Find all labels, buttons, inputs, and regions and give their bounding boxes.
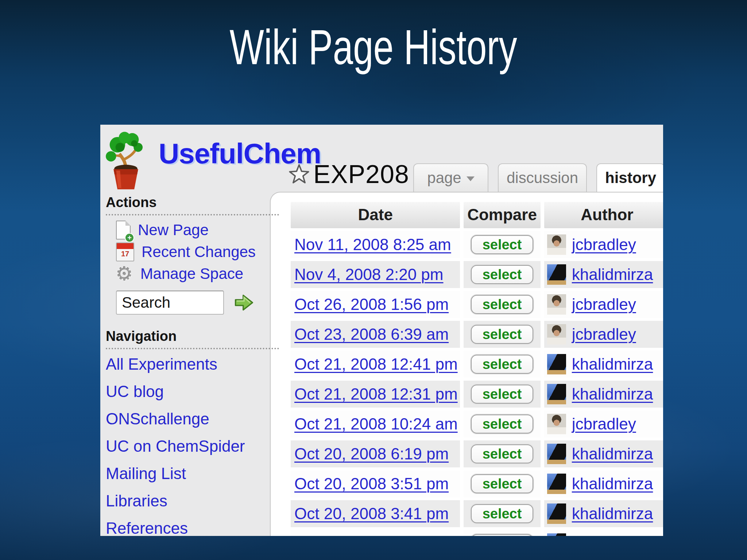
search-row (106, 291, 279, 315)
revision-date-link[interactable]: Oct 20, 2008 3:51 pm (294, 475, 449, 493)
nav-link[interactable]: Mailing List (106, 464, 186, 482)
sidebar: Actions + New Page 17 Recent Changes ⚙ M… (106, 195, 279, 536)
author-link[interactable]: jcbradley (572, 325, 636, 343)
nav-list-item: ONSchallenge (106, 407, 279, 434)
table-row: Nov 11, 2008 8:25 am select jcbradley (291, 231, 663, 258)
author-link[interactable]: jcbradley (572, 236, 636, 254)
author-link[interactable]: khalidmirza (572, 475, 653, 493)
tab-page[interactable]: page (413, 163, 488, 192)
author-link[interactable]: jcbradley (572, 415, 636, 433)
author-link[interactable]: khalidmirza (572, 265, 653, 284)
history-table: Date Compare Author Nov 11, 2008 8:25 am… (291, 201, 663, 536)
chevron-down-icon (467, 176, 475, 181)
revision-date-link[interactable]: Nov 4, 2008 2:20 pm (294, 265, 443, 284)
navigation-list: All Experiments UC blog ONSchallenge UC … (106, 352, 279, 536)
calendar-icon: 17 (116, 242, 134, 261)
revision-date-link[interactable]: Oct 21, 2008 10:24 am (294, 415, 458, 433)
table-row: Oct 21, 2008 12:31 pm select khalidmirza (291, 381, 663, 408)
nav-link[interactable]: References (106, 519, 188, 536)
author-avatar (547, 533, 566, 536)
table-row: Oct 21, 2008 12:41 pm select khalidmirza (291, 351, 663, 378)
tab-discussion-label: discussion (507, 169, 578, 187)
tab-bar: page discussion history (413, 163, 663, 192)
select-button[interactable]: select (471, 415, 534, 433)
select-button[interactable]: select (471, 355, 534, 374)
nav-list-item: UC blog (106, 380, 279, 407)
actions-heading: Actions (106, 195, 279, 215)
author-avatar (547, 503, 566, 524)
nav-list-item: References (106, 516, 279, 536)
author-link[interactable]: khalidmirza (572, 385, 653, 403)
table-row: Oct 20, 2008 6:19 pm select khalidmirza (291, 440, 663, 467)
author-link[interactable]: khalidmirza (572, 445, 653, 463)
table-header-row: Date Compare Author (291, 201, 663, 228)
tab-discussion[interactable]: discussion (498, 163, 587, 192)
table-row: Oct 21, 2008 10:24 am select jcbradley (291, 411, 663, 438)
usefulchem-bonsai-logo-icon (103, 128, 148, 195)
tab-history-label: history (605, 169, 656, 187)
action-manage-space[interactable]: ⚙ Manage Space (106, 263, 279, 285)
revision-date-link[interactable]: Oct 20, 2008 3:41 pm (294, 505, 449, 523)
author-avatar (547, 444, 566, 464)
author-link[interactable]: khalidmirza (572, 355, 653, 373)
table-row-partial: select (291, 530, 663, 536)
author-avatar (547, 294, 566, 315)
action-recent-changes[interactable]: 17 Recent Changes (106, 241, 279, 263)
search-input[interactable] (116, 291, 224, 315)
nav-link[interactable]: All Experiments (106, 355, 217, 373)
action-manage-space-label: Manage Space (140, 265, 244, 283)
revision-date-link[interactable]: Oct 20, 2008 6:19 pm (294, 445, 449, 463)
navigation-heading: Navigation (106, 328, 279, 349)
table-row: Oct 26, 2008 1:56 pm select jcbradley (291, 291, 663, 318)
page-title-row: EXP208 (289, 160, 409, 189)
actions-list: + New Page 17 Recent Changes ⚙ Manage Sp… (106, 219, 279, 285)
select-button[interactable]: select (471, 235, 534, 254)
wiki-screenshot: UsefulChem EXP208 page discussion histor… (100, 125, 663, 536)
new-page-icon: + (116, 221, 131, 240)
tab-page-label: page (427, 169, 461, 187)
column-header-author: Author (544, 201, 663, 228)
nav-list-item: Mailing List (106, 462, 279, 489)
select-button[interactable]: select (471, 474, 534, 493)
favorite-star-icon[interactable] (289, 164, 310, 185)
table-row: Nov 4, 2008 2:20 pm select khalidmirza (291, 261, 663, 288)
nav-list-item: Libraries (106, 489, 279, 516)
author-avatar (547, 414, 566, 434)
search-go-arrow-icon[interactable] (233, 292, 255, 313)
author-avatar (547, 324, 566, 345)
select-button[interactable]: select (471, 385, 534, 404)
author-link[interactable]: khalidmirza (572, 505, 653, 523)
revision-date-link[interactable]: Oct 23, 2008 6:39 am (294, 325, 449, 343)
nav-list-item: UC on ChemSpider (106, 434, 279, 462)
action-new-page[interactable]: + New Page (106, 219, 279, 241)
column-header-date: Date (291, 201, 460, 228)
gear-icon: ⚙ (116, 264, 133, 283)
tab-history[interactable]: history (596, 163, 663, 192)
slide-background: Wiki Page History UsefulChem (0, 0, 747, 560)
action-new-page-label: New Page (138, 221, 209, 239)
nav-link[interactable]: ONSchallenge (106, 410, 209, 428)
select-button[interactable]: select (471, 444, 534, 463)
revision-date-link[interactable]: Nov 11, 2008 8:25 am (294, 236, 451, 254)
revision-date-link[interactable]: Oct 21, 2008 12:31 pm (294, 385, 458, 403)
nav-link[interactable]: Libraries (106, 492, 167, 510)
author-avatar (547, 474, 566, 494)
select-button[interactable]: select (471, 504, 534, 523)
revision-date-link[interactable]: Oct 26, 2008 1:56 pm (294, 295, 449, 314)
author-avatar (547, 264, 566, 285)
author-avatar (547, 234, 566, 255)
author-link[interactable]: jcbradley (572, 295, 636, 314)
column-header-compare: Compare (464, 201, 540, 228)
table-row: Oct 20, 2008 3:51 pm select khalidmirza (291, 470, 663, 497)
page-title: EXP208 (313, 160, 409, 189)
table-row: Oct 23, 2008 6:39 am select jcbradley (291, 321, 663, 348)
revision-date-link[interactable]: Oct 21, 2008 12:41 pm (294, 355, 458, 373)
nav-link[interactable]: UC blog (106, 382, 164, 400)
select-button[interactable]: select (471, 295, 534, 314)
select-button[interactable]: select (471, 534, 534, 536)
table-body: Nov 11, 2008 8:25 am select jcbradley (291, 231, 663, 527)
table-row: Oct 20, 2008 3:41 pm select khalidmirza (291, 500, 663, 527)
select-button[interactable]: select (471, 265, 534, 284)
select-button[interactable]: select (471, 325, 534, 344)
nav-link[interactable]: UC on ChemSpider (106, 437, 245, 455)
